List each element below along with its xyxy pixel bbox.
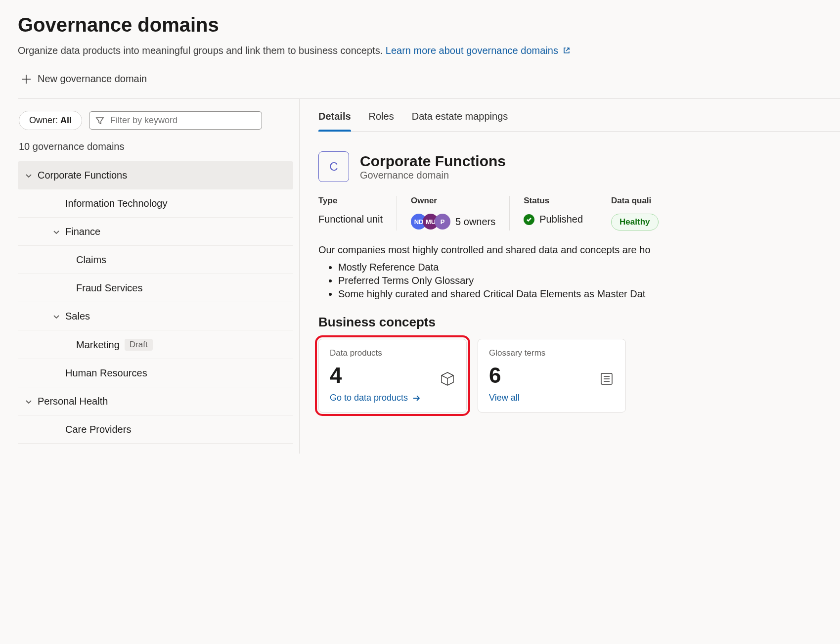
business-concepts-heading: Business concepts (318, 315, 840, 330)
health-pill: Healthy (611, 214, 658, 230)
data-products-card[interactable]: Data products 4 Go to data products (318, 339, 467, 413)
tab[interactable]: Roles (369, 111, 394, 131)
new-governance-domain-button[interactable]: New governance domain (18, 68, 150, 90)
learn-more-link[interactable]: Learn more about governance domains (386, 45, 571, 56)
plus-icon (21, 74, 32, 85)
owner-count: 5 owners (455, 216, 495, 228)
domain-count-label: 10 governance domains (19, 141, 293, 152)
tree-item[interactable]: Human Resources (18, 359, 293, 387)
external-link-icon (563, 46, 571, 54)
tree-item[interactable]: Information Technology (18, 189, 293, 218)
bullet-item: Preferred Terms Only Glossary (338, 275, 840, 286)
prop-data-quality: Data quali Healthy (611, 196, 672, 230)
tree-item[interactable]: Fraud Services (18, 274, 293, 302)
domain-icon: C (318, 151, 349, 182)
tree-item-label: Human Resources (65, 368, 147, 379)
filter-icon (95, 116, 104, 125)
list-icon (599, 371, 615, 389)
chevron-down-icon (25, 172, 33, 180)
domain-tree-panel: Owner: All 10 governance domains Corpora… (18, 99, 300, 454)
glossary-terms-card[interactable]: Glossary terms 6 View all (478, 339, 626, 413)
tree-item[interactable]: Corporate Functions (18, 161, 293, 189)
view-all-glossary-link[interactable]: View all (489, 393, 615, 403)
domain-description: Our companies most highly controlled and… (318, 244, 840, 256)
domain-tree: Corporate FunctionsInformation Technolog… (18, 161, 293, 444)
tree-item[interactable]: Personal Health (18, 387, 293, 415)
chevron-down-icon (52, 228, 60, 236)
arrow-right-icon (412, 394, 421, 403)
tree-item[interactable]: Care Providers (18, 415, 293, 444)
prop-type: Type Functional unit (318, 196, 397, 230)
tree-item-label: Care Providers (65, 424, 131, 435)
tab[interactable]: Data estate mappings (412, 111, 508, 131)
details-panel: DetailsRolesData estate mappings C Corpo… (300, 99, 840, 454)
tree-item[interactable]: MarketingDraft (18, 330, 293, 359)
subtitle-text: Organize data products into meaningful g… (18, 45, 386, 56)
new-domain-label: New governance domain (38, 73, 147, 85)
tree-item-label: Sales (65, 311, 90, 322)
tree-item-label: Marketing (76, 339, 120, 351)
keyword-filter-input-wrap[interactable] (89, 111, 262, 130)
page-subtitle: Organize data products into meaningful g… (18, 45, 840, 56)
avatar: P (435, 214, 450, 230)
card-count: 4 (330, 363, 455, 388)
tree-item[interactable]: Claims (18, 246, 293, 274)
owner-avatars: NDMUP (411, 214, 450, 230)
description-bullets: Mostly Reference DataPreferred Terms Onl… (318, 262, 840, 300)
card-label: Glossary terms (489, 348, 615, 358)
tree-item-label: Personal Health (38, 396, 108, 407)
tree-item[interactable]: Sales (18, 302, 293, 330)
tree-item-label: Finance (65, 226, 100, 237)
tree-item-label: Claims (76, 254, 106, 266)
tree-item-label: Corporate Functions (38, 170, 127, 181)
chevron-down-icon (52, 313, 60, 321)
chevron-down-icon (25, 398, 33, 406)
draft-badge: Draft (125, 339, 153, 351)
tree-item-label: Fraud Services (76, 282, 143, 294)
cube-icon (440, 371, 455, 389)
tree-item-label: Information Technology (65, 198, 167, 209)
go-to-data-products-link[interactable]: Go to data products (330, 393, 455, 403)
owner-filter-pill[interactable]: Owner: All (19, 111, 82, 130)
domain-title: Corporate Functions (360, 153, 506, 170)
prop-owner: Owner NDMUP 5 owners (411, 196, 510, 230)
domain-subtitle: Governance domain (360, 170, 506, 181)
prop-status: Status Published (524, 196, 597, 230)
bullet-item: Mostly Reference Data (338, 262, 840, 273)
page-title: Governance domains (18, 14, 840, 36)
card-label: Data products (330, 348, 455, 358)
tabs: DetailsRolesData estate mappings (318, 111, 840, 132)
check-circle-icon (524, 214, 534, 225)
card-count: 6 (489, 363, 615, 388)
tab[interactable]: Details (318, 111, 351, 131)
tree-item[interactable]: Finance (18, 218, 293, 246)
keyword-filter-input[interactable] (109, 115, 256, 126)
bullet-item: Some highly curated and shared Critical … (338, 288, 840, 300)
